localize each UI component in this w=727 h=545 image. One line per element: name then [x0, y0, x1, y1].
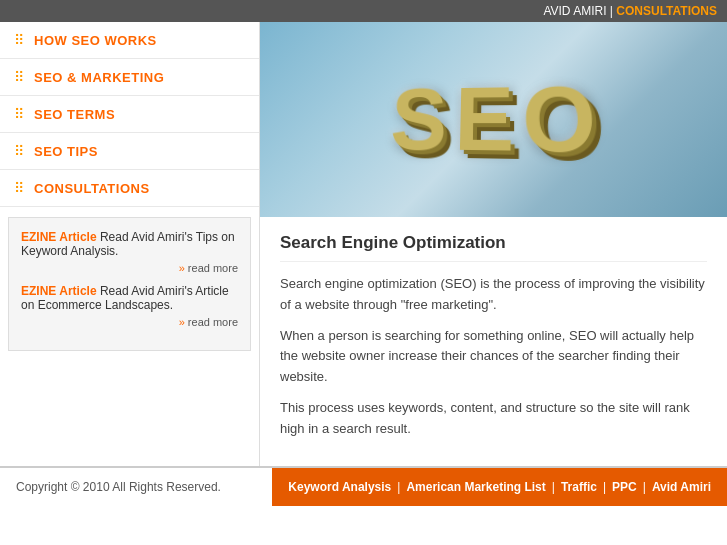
read-more-link-2[interactable]: read more [188, 316, 238, 328]
article-para-2: When a person is searching for something… [280, 326, 707, 388]
brand-name: AVID AMIRI [543, 4, 606, 18]
nav-label-seo-tips: SEO TIPS [34, 144, 98, 159]
article-item-2: EZINE Article Read Avid Amiri's Article … [21, 284, 238, 328]
top-bar: AVID AMIRI | CONSULTATIONS [0, 0, 727, 22]
nav-icon-grid-5: ⠿ [14, 180, 24, 196]
top-separator: | [607, 4, 617, 18]
footer-sep-4: | [643, 480, 646, 494]
footer-link-traffic[interactable]: Traffic [561, 480, 597, 494]
top-consultations-link[interactable]: CONSULTATIONS [616, 4, 717, 18]
article-para-1: Search engine optimization (SEO) is the … [280, 274, 707, 316]
footer-copyright: Copyright © 2010 All Rights Reserved. [0, 468, 272, 506]
sidebar-item-seo-tips[interactable]: ⠿ SEO TIPS [0, 133, 259, 170]
sidebar-articles: EZINE Article Read Avid Amiri's Tips on … [8, 217, 251, 351]
nav-icon-grid-2: ⠿ [14, 69, 24, 85]
nav-label-consultations: CONSULTATIONS [34, 181, 150, 196]
nav-icon-grid-4: ⠿ [14, 143, 24, 159]
sidebar-item-seo-marketing[interactable]: ⠿ SEO & MARKETING [0, 59, 259, 96]
article-content: Search Engine Optimization Search engine… [260, 217, 727, 466]
main-container: ⠿ HOW SEO WORKS ⠿ SEO & MARKETING ⠿ SEO … [0, 22, 727, 466]
ezine-label-2: EZINE Article [21, 284, 97, 298]
footer: Copyright © 2010 All Rights Reserved. Ke… [0, 466, 727, 506]
footer-link-keyword-analysis[interactable]: Keyword Analysis [288, 480, 391, 494]
article-para-3: This process uses keywords, content, and… [280, 398, 707, 440]
nav-label-seo-marketing: SEO & MARKETING [34, 70, 164, 85]
footer-links: Keyword Analysis | American Marketing Li… [272, 468, 727, 506]
ezine-label-1: EZINE Article [21, 230, 97, 244]
content-area: SEO Search Engine Optimization Search en… [260, 22, 727, 466]
hero-image: SEO [260, 22, 727, 217]
read-more-2[interactable]: read more [21, 316, 238, 328]
sidebar: ⠿ HOW SEO WORKS ⠿ SEO & MARKETING ⠿ SEO … [0, 22, 260, 466]
hero-seo-text: SEO [389, 67, 608, 175]
nav-label-seo-terms: SEO TERMS [34, 107, 115, 122]
nav-menu: ⠿ HOW SEO WORKS ⠿ SEO & MARKETING ⠿ SEO … [0, 22, 259, 207]
article-title: Search Engine Optimization [280, 233, 707, 262]
article-item-1: EZINE Article Read Avid Amiri's Tips on … [21, 230, 238, 274]
sidebar-item-consultations[interactable]: ⠿ CONSULTATIONS [0, 170, 259, 207]
footer-sep-1: | [397, 480, 400, 494]
nav-label-how-seo-works: HOW SEO WORKS [34, 33, 157, 48]
sidebar-item-seo-terms[interactable]: ⠿ SEO TERMS [0, 96, 259, 133]
read-more-1[interactable]: read more [21, 262, 238, 274]
footer-link-american-marketing[interactable]: American Marketing List [406, 480, 545, 494]
nav-icon-grid: ⠿ [14, 32, 24, 48]
nav-icon-grid-3: ⠿ [14, 106, 24, 122]
read-more-link-1[interactable]: read more [188, 262, 238, 274]
footer-sep-3: | [603, 480, 606, 494]
sidebar-item-how-seo-works[interactable]: ⠿ HOW SEO WORKS [0, 22, 259, 59]
footer-link-avid-amiri[interactable]: Avid Amiri [652, 480, 711, 494]
footer-sep-2: | [552, 480, 555, 494]
footer-link-ppc[interactable]: PPC [612, 480, 637, 494]
